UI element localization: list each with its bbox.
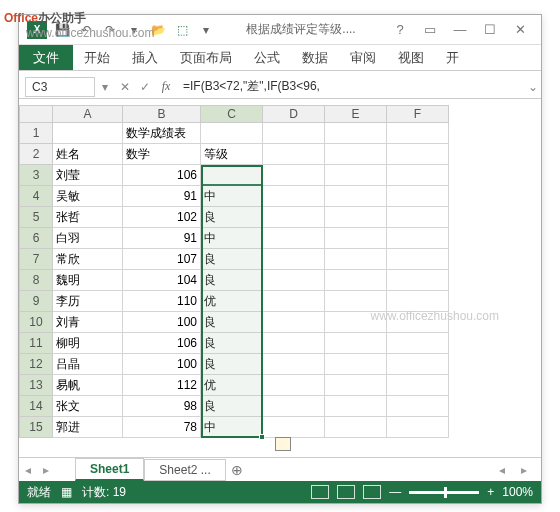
cell[interactable] [387, 123, 449, 144]
zoom-out-button[interactable]: — [389, 485, 401, 499]
name-box-dropdown-icon[interactable]: ▾ [95, 80, 115, 94]
row-header[interactable]: 7 [19, 249, 53, 270]
formula-expand-icon[interactable]: ⌄ [525, 80, 541, 94]
cell[interactable] [325, 207, 387, 228]
row-header[interactable]: 15 [19, 417, 53, 438]
cell[interactable]: 78 [123, 417, 201, 438]
col-header-e[interactable]: E [325, 105, 387, 123]
cell[interactable] [263, 228, 325, 249]
cell[interactable] [325, 417, 387, 438]
cell[interactable] [201, 123, 263, 144]
row-header[interactable]: 6 [19, 228, 53, 249]
cell[interactable] [325, 270, 387, 291]
cell[interactable] [263, 207, 325, 228]
col-header-f[interactable]: F [387, 105, 449, 123]
cell[interactable]: 白羽 [53, 228, 123, 249]
fx-icon[interactable]: fx [155, 79, 177, 94]
sheet-tab-2[interactable]: Sheet2 ... [144, 459, 225, 481]
cell[interactable]: 柳明 [53, 333, 123, 354]
cell[interactable]: 刘莹 [53, 165, 123, 186]
row-header[interactable]: 10 [19, 312, 53, 333]
cells[interactable]: 数学成绩表姓名数学等级刘莹106良吴敏91中张哲102良白羽91中常欣107良魏… [53, 123, 541, 438]
cell[interactable]: 100 [123, 354, 201, 375]
sheet-nav-next-icon[interactable]: ▸ [37, 463, 55, 477]
cell[interactable]: 107 [123, 249, 201, 270]
formula-input[interactable]: =IF(B3<72,"差",IF(B3<96, [177, 76, 525, 97]
cell[interactable] [263, 333, 325, 354]
cell[interactable] [325, 144, 387, 165]
tab-insert[interactable]: 插入 [121, 45, 169, 70]
cell[interactable] [263, 354, 325, 375]
cell[interactable] [387, 375, 449, 396]
row-header[interactable]: 9 [19, 291, 53, 312]
zoom-level[interactable]: 100% [502, 485, 533, 499]
row-header[interactable]: 3 [19, 165, 53, 186]
cell[interactable] [387, 228, 449, 249]
row-header[interactable]: 4 [19, 186, 53, 207]
cell[interactable] [263, 396, 325, 417]
maximize-button[interactable]: ☐ [477, 19, 503, 41]
cell[interactable]: 110 [123, 291, 201, 312]
cell[interactable]: 常欣 [53, 249, 123, 270]
tab-page-layout[interactable]: 页面布局 [169, 45, 243, 70]
cell[interactable] [263, 270, 325, 291]
cell[interactable]: 中 [201, 417, 263, 438]
cell[interactable] [325, 396, 387, 417]
tab-home[interactable]: 开始 [73, 45, 121, 70]
hscroll-right-icon[interactable]: ▸ [515, 463, 533, 477]
cell[interactable]: 100 [123, 312, 201, 333]
file-tab[interactable]: 文件 [19, 45, 73, 70]
new-sheet-button[interactable]: ⊕ [226, 462, 248, 478]
cell[interactable] [387, 249, 449, 270]
cell[interactable] [263, 165, 325, 186]
cell[interactable]: 良 [201, 270, 263, 291]
cell[interactable] [325, 228, 387, 249]
col-header-c[interactable]: C [201, 105, 263, 123]
zoom-slider[interactable] [409, 491, 479, 494]
cell[interactable]: 98 [123, 396, 201, 417]
cell[interactable] [325, 249, 387, 270]
cancel-formula-icon[interactable]: ✕ [115, 80, 135, 94]
cell[interactable] [387, 417, 449, 438]
cell[interactable] [53, 123, 123, 144]
cell[interactable]: 良 [201, 312, 263, 333]
cell[interactable]: 等级 [201, 144, 263, 165]
cell[interactable] [387, 165, 449, 186]
cell[interactable]: 91 [123, 186, 201, 207]
view-normal-icon[interactable] [311, 485, 329, 499]
sheet-nav-prev-icon[interactable]: ◂ [19, 463, 37, 477]
cell[interactable] [387, 333, 449, 354]
row-header[interactable]: 8 [19, 270, 53, 291]
row-header[interactable]: 14 [19, 396, 53, 417]
row-header[interactable]: 11 [19, 333, 53, 354]
zoom-in-button[interactable]: + [487, 485, 494, 499]
col-header-a[interactable]: A [53, 105, 123, 123]
cell[interactable] [263, 312, 325, 333]
fill-handle[interactable] [259, 434, 265, 440]
cell[interactable] [387, 144, 449, 165]
row-header[interactable]: 13 [19, 375, 53, 396]
cell[interactable]: 良 [201, 354, 263, 375]
cell[interactable]: 106 [123, 333, 201, 354]
qat-quickprint-icon[interactable]: ⬚ [173, 21, 191, 39]
row-header[interactable]: 2 [19, 144, 53, 165]
cell[interactable]: 中 [201, 228, 263, 249]
cell[interactable]: 姓名 [53, 144, 123, 165]
view-page-break-icon[interactable] [363, 485, 381, 499]
cell[interactable]: 魏明 [53, 270, 123, 291]
hscroll-left-icon[interactable]: ◂ [493, 463, 511, 477]
cell[interactable] [263, 186, 325, 207]
cell[interactable]: 中 [201, 186, 263, 207]
worksheet-grid[interactable]: A B C D E F 123456789101112131415 数学成绩表姓… [19, 105, 541, 459]
name-box[interactable]: C3 [25, 77, 95, 97]
cell[interactable]: 良 [201, 165, 263, 186]
help-icon[interactable]: ? [387, 19, 413, 41]
cell[interactable]: 良 [201, 333, 263, 354]
row-header[interactable]: 1 [19, 123, 53, 144]
cell[interactable]: 优 [201, 375, 263, 396]
cell[interactable] [387, 207, 449, 228]
cell[interactable]: 91 [123, 228, 201, 249]
cell[interactable] [387, 270, 449, 291]
ribbon-options-icon[interactable]: ▭ [417, 19, 443, 41]
cell[interactable] [263, 249, 325, 270]
